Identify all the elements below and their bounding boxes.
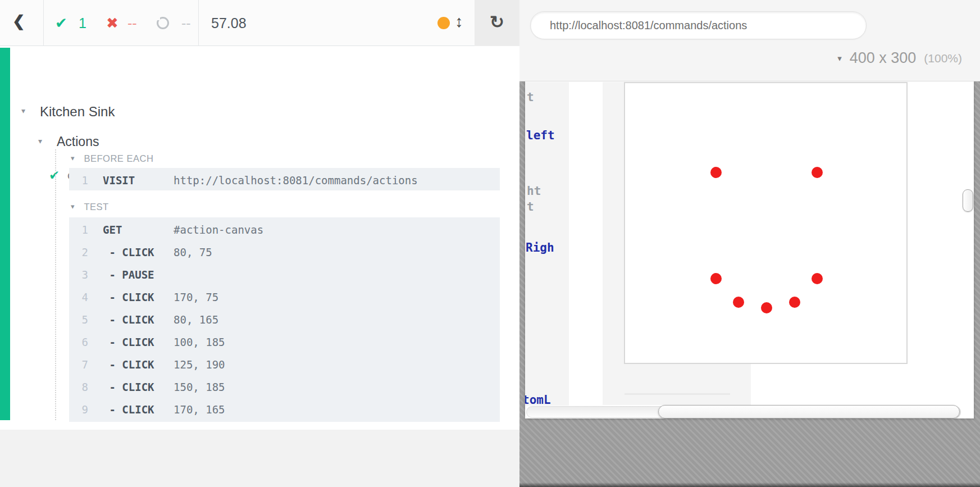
section-header[interactable]: ▾TEST (71, 202, 109, 213)
command-number: 7 (69, 358, 88, 371)
command-message: http://localhost:8081/commands/actions (174, 174, 418, 186)
code-fragment: Righ (526, 240, 554, 256)
url-input[interactable]: http://localhost:8081/commands/actions (530, 11, 867, 39)
horizontal-scrollbar-thumb[interactable] (658, 405, 960, 418)
command-row[interactable]: 3 - PAUSE (69, 263, 500, 286)
suite-kitchen-sink[interactable]: Kitchen Sink (40, 104, 115, 120)
runner-panel: http://localhost:8081/commands/actions ▾… (519, 0, 980, 487)
command-number: 9 (69, 403, 88, 416)
aut-background: tlefthttRightomL (519, 81, 980, 487)
command-message: 80, 75 (174, 246, 212, 258)
chevron-down-icon[interactable]: ▾ (38, 136, 42, 145)
command-row[interactable]: 4 - CLICK170, 75 (69, 286, 500, 308)
command-number: 8 (69, 381, 88, 393)
command-name: - CLICK (103, 336, 174, 348)
updown-arrow-icon[interactable]: ↕ (455, 12, 463, 31)
command-message: 170, 165 (174, 403, 225, 416)
passed-check-icon: ✔ (55, 13, 67, 33)
click-dot (812, 273, 823, 284)
click-dot (789, 297, 800, 308)
command-block: 1GET#action-canvas2 - CLICK80, 753 - PAU… (69, 217, 500, 422)
header-divider (43, 0, 44, 46)
reload-button[interactable]: ↻ (475, 0, 519, 46)
chevron-down-icon[interactable]: ▾ (21, 106, 25, 115)
command-message: 170, 75 (174, 291, 218, 303)
failed-count: -- (127, 13, 137, 33)
command-row[interactable]: 5 - CLICK80, 165 (69, 308, 500, 331)
click-dot (733, 297, 744, 308)
section-header[interactable]: ▾BEFORE EACH (71, 153, 153, 165)
reload-icon: ↻ (490, 12, 504, 32)
cypress-test-runner: ❮ ✔ 1 ✖ -- -- 57.08 ↕ ↻ ▾ Kitchen Sink ▾… (0, 0, 980, 487)
command-name: VISIT (103, 174, 174, 186)
command-row[interactable]: 6 - CLICK100, 185 (69, 331, 500, 353)
command-number: 2 (69, 246, 88, 258)
passed-count: 1 (79, 13, 86, 33)
command-row[interactable]: 2 - CLICK80, 75 (69, 241, 500, 263)
command-row[interactable]: 9 - CLICK170, 165 (69, 398, 500, 421)
viewport-size-label: 400 x 300 (850, 49, 917, 67)
runner-header: http://localhost:8081/commands/actions ▾… (519, 0, 980, 81)
code-fragment: t (527, 89, 534, 105)
command-name: - CLICK (103, 403, 174, 416)
duration-label: 57.08 (211, 13, 247, 33)
command-name: - CLICK (103, 313, 174, 326)
vertical-scrollbar-thumb[interactable] (963, 189, 973, 212)
header-divider (198, 0, 199, 46)
command-message: 100, 185 (174, 336, 225, 348)
command-name: GET (103, 224, 174, 236)
command-number: 3 (69, 268, 88, 281)
command-number: 1 (69, 174, 88, 186)
aut-page: tlefthttRightomL (525, 81, 974, 418)
code-fragment: left (526, 128, 555, 143)
command-row[interactable]: 1VISIThttp://localhost:8081/commands/act… (69, 169, 500, 192)
code-fragment: t (527, 199, 534, 215)
click-dot (710, 273, 722, 284)
section-label: TEST (84, 202, 109, 212)
window-bottom-edge (519, 483, 980, 487)
command-block: 1VISIThttp://localhost:8081/commands/act… (69, 168, 500, 190)
command-number: 1 (69, 224, 88, 236)
active-test-bar (0, 48, 10, 420)
command-number: 5 (69, 313, 88, 326)
back-button[interactable]: ❮ (12, 12, 25, 30)
chevron-down-icon: ▾ (71, 202, 75, 211)
test-passed-check-icon: ✔ (49, 168, 60, 183)
command-name: - CLICK (103, 291, 174, 303)
command-row[interactable]: 7 - CLICK125, 190 (69, 353, 500, 376)
click-dot (812, 167, 823, 178)
click-dot (710, 167, 722, 178)
pending-circle-icon (157, 17, 169, 29)
command-message: 80, 165 (174, 313, 218, 326)
command-message: 125, 190 (174, 358, 225, 371)
click-dot (761, 302, 772, 313)
viewport-scale-label: (100%) (924, 52, 962, 65)
divider (625, 393, 730, 395)
command-number: 6 (69, 336, 88, 348)
suite-actions[interactable]: Actions (57, 134, 99, 149)
chevron-down-icon: ▾ (837, 53, 842, 63)
command-name: - CLICK (103, 246, 174, 258)
chevron-down-icon: ▾ (71, 154, 75, 162)
command-log: ▾ Kitchen Sink ▾ Actions ✔ cy.click() - … (0, 46, 519, 430)
code-fragment: ht (527, 183, 541, 199)
reporter-panel: ❮ ✔ 1 ✖ -- -- 57.08 ↕ ↻ ▾ Kitchen Sink ▾… (0, 0, 519, 487)
status-dot-icon (437, 17, 450, 29)
command-name: - CLICK (103, 381, 174, 393)
failed-cross-icon: ✖ (106, 13, 118, 33)
command-row[interactable]: 8 - CLICK150, 185 (69, 376, 500, 398)
viewport-size-dropdown[interactable]: ▾ 400 x 300 (100%) (837, 49, 962, 67)
indent-guide (55, 149, 56, 420)
pending-count: -- (181, 13, 191, 33)
code-fragment: tomL (525, 392, 551, 408)
command-message: 150, 185 (174, 381, 225, 393)
command-name: - PAUSE (103, 268, 174, 281)
command-number: 4 (69, 291, 88, 303)
action-canvas[interactable] (624, 82, 908, 364)
command-message: #action-canvas (174, 224, 263, 236)
command-name: - CLICK (103, 358, 174, 371)
reporter-footer (0, 430, 519, 487)
reporter-header: ❮ ✔ 1 ✖ -- -- 57.08 ↕ ↻ (0, 0, 519, 46)
command-row[interactable]: 1GET#action-canvas (69, 219, 500, 241)
section-label: BEFORE EACH (84, 153, 154, 163)
